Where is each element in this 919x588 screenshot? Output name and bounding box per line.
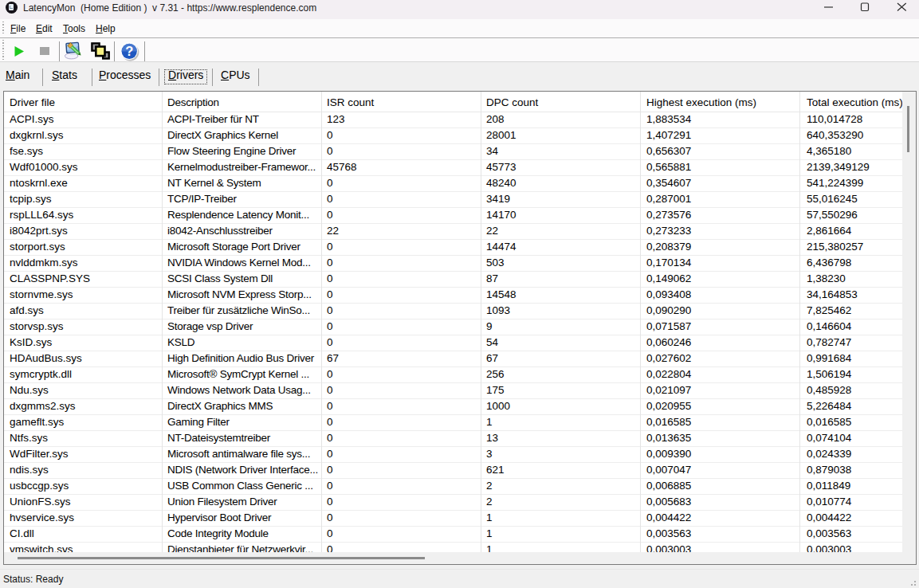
- svg-text:?: ?: [125, 44, 133, 58]
